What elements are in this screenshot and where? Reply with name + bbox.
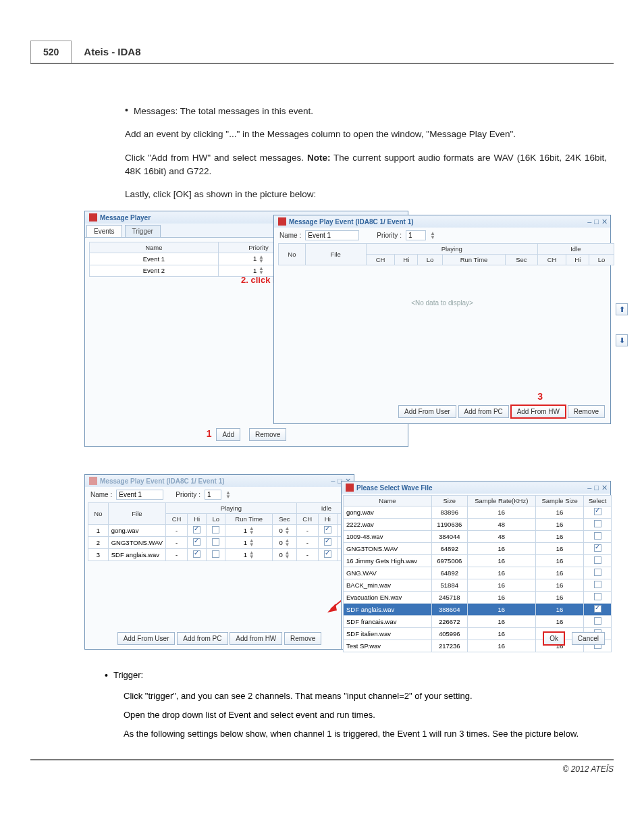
spinner-icon[interactable]: ▲▼ bbox=[225, 491, 231, 499]
add-from-hw-button[interactable]: Add From HW bbox=[511, 405, 566, 418]
col-name: Name bbox=[90, 242, 219, 253]
page-title: Ateis - IDA8 bbox=[72, 41, 153, 63]
window-play-event-filled: Message Play Event (IDA8C 1/ Event 1) – … bbox=[84, 474, 354, 650]
add-from-hw-button[interactable]: Add from HW bbox=[230, 632, 282, 645]
trigger-para-2: Open the drop down list of Event and sel… bbox=[124, 710, 607, 720]
window-title: Message Player bbox=[100, 214, 151, 221]
screenshot-composite-1: Message Player Events Trigger Name Prior… bbox=[84, 211, 614, 461]
add-from-pc-button[interactable]: Add from PC bbox=[458, 405, 509, 418]
window-title-bar: Message Play Event (IDA8C 1/ Event 1) bbox=[274, 215, 610, 228]
table-row[interactable]: GNG.WAV648921616 bbox=[344, 567, 612, 579]
window-play-event-empty: Message Play Event (IDA8C 1/ Event 1) – … bbox=[273, 215, 611, 424]
remove-button[interactable]: Remove bbox=[568, 405, 605, 418]
window-title: Message Play Event (IDA8C 1/ Event 1) bbox=[289, 218, 414, 226]
wave-file-table: Name Size Sample Rate(KHz) Sample Size S… bbox=[343, 495, 612, 652]
close-icon[interactable]: ✕ bbox=[601, 217, 608, 226]
minimize-icon[interactable]: – bbox=[331, 477, 335, 486]
name-input[interactable] bbox=[116, 490, 163, 500]
move-down-button[interactable]: ⬇ bbox=[616, 334, 628, 346]
window-select-wave-file: Please Select Wave File – □ ✕ Name Size … bbox=[341, 481, 611, 650]
bullet-dot-icon: • bbox=[125, 105, 128, 118]
table-row[interactable]: 2GNG3TONS.WAV-1 ▲▼0 ▲▼- bbox=[88, 537, 356, 549]
close-icon[interactable]: ✕ bbox=[601, 484, 608, 492]
col-playing: Playing bbox=[366, 244, 537, 255]
priority-label: Priority : bbox=[377, 232, 402, 239]
page-header: 520 Ateis - IDA8 bbox=[30, 41, 614, 64]
maximize-icon[interactable]: □ bbox=[594, 484, 599, 492]
priority-label: Priority : bbox=[176, 491, 200, 498]
bullet-dot-icon: • bbox=[105, 670, 108, 681]
para-add-event: Add an event by clicking "..." in the Me… bbox=[125, 128, 607, 141]
app-icon bbox=[346, 484, 354, 492]
name-input[interactable] bbox=[305, 230, 359, 240]
file-table: No File Playing Idle CH Hi Lo Run Time S… bbox=[88, 502, 356, 561]
bullet-trigger: • Trigger: bbox=[105, 670, 607, 681]
col-no: No bbox=[279, 244, 306, 265]
minimize-icon[interactable]: – bbox=[587, 217, 591, 226]
priority-input[interactable] bbox=[406, 230, 426, 240]
remove-button[interactable]: Remove bbox=[284, 632, 321, 645]
page-footer: © 2012 ATEÏS bbox=[30, 759, 614, 774]
minimize-icon[interactable]: – bbox=[587, 484, 591, 492]
add-from-user-button[interactable]: Add From User bbox=[398, 405, 456, 418]
add-from-pc-button[interactable]: Add from PC bbox=[177, 632, 227, 645]
window-title: Please Select Wave File bbox=[356, 484, 432, 492]
annotation-1: 1 bbox=[207, 428, 212, 439]
add-button[interactable]: Add bbox=[216, 428, 240, 441]
spinner-icon[interactable]: ▲▼ bbox=[430, 232, 435, 240]
add-from-user-button[interactable]: Add From User bbox=[117, 632, 176, 645]
move-up-button[interactable]: ⬆ bbox=[616, 303, 628, 315]
trigger-para-1: Click "trigger", and you can see 2 chann… bbox=[124, 691, 607, 701]
bullet-messages-text: Messages: The total messages in this eve… bbox=[134, 105, 313, 118]
screenshot-composite-2: Message Play Event (IDA8C 1/ Event 1) – … bbox=[84, 474, 614, 656]
table-row[interactable]: 16 Jimmy Gets High.wav69750061616 bbox=[344, 555, 612, 567]
table-row[interactable]: 2222.wav11906364816 bbox=[344, 519, 612, 531]
note-label: Note: bbox=[307, 153, 331, 163]
table-row[interactable]: GNG3TONS.WAV648921616 bbox=[344, 543, 612, 555]
window-title-bar: Please Select Wave File bbox=[342, 481, 610, 494]
trigger-para-3: As the following settings below show, wh… bbox=[124, 729, 607, 739]
no-data-text: <No data to display> bbox=[274, 265, 610, 340]
table-row[interactable]: 1gong.wav-1 ▲▼0 ▲▼- bbox=[88, 525, 356, 537]
para-lastly: Lastly, click [OK] as shown in the pictu… bbox=[125, 188, 607, 201]
app-icon bbox=[89, 477, 97, 485]
para-add-hw: Click "Add from HW" and select messages.… bbox=[125, 151, 607, 179]
copyright: © 2012 ATEÏS bbox=[562, 764, 614, 774]
table-row[interactable]: SDF francais.wav2266721616 bbox=[344, 616, 612, 628]
bullet-messages: • Messages: The total messages in this e… bbox=[125, 105, 607, 118]
name-label: Name : bbox=[90, 491, 112, 498]
window-controls: – □ ✕ bbox=[587, 217, 608, 226]
window-title-bar: Message Play Event (IDA8C 1/ Event 1) bbox=[85, 475, 354, 487]
page-number: 520 bbox=[30, 41, 72, 63]
table-row[interactable]: gong.wav838961616 bbox=[344, 506, 612, 519]
annotation-3: 3 bbox=[537, 391, 543, 402]
window-title: Message Play Event (IDA8C 1/ Event 1) bbox=[100, 477, 225, 485]
svg-marker-1 bbox=[327, 604, 337, 613]
col-idle: Idle bbox=[537, 244, 614, 255]
remove-button[interactable]: Remove bbox=[249, 428, 286, 441]
table-row[interactable]: BACK_min.wav518841616 bbox=[344, 579, 612, 592]
maximize-icon[interactable]: □ bbox=[594, 217, 599, 226]
app-icon bbox=[89, 213, 97, 221]
priority-input[interactable] bbox=[205, 490, 221, 500]
ok-button[interactable]: Ok bbox=[543, 632, 564, 645]
file-table: No File Playing Idle CH Hi Lo Run Time S… bbox=[278, 243, 614, 265]
col-file: File bbox=[305, 244, 366, 265]
table-row[interactable]: SDF anglais.wav3886041616 bbox=[344, 604, 612, 616]
window-controls: – □ ✕ bbox=[587, 484, 608, 492]
app-icon bbox=[278, 217, 286, 226]
tab-events[interactable]: Events bbox=[86, 225, 122, 237]
cancel-button[interactable]: Cancel bbox=[572, 632, 605, 645]
name-label: Name : bbox=[279, 232, 301, 239]
tab-trigger[interactable]: Trigger bbox=[125, 225, 161, 237]
table-row[interactable]: 1009-48.wav3840444816 bbox=[344, 531, 612, 543]
table-row[interactable]: Evacuation EN.wav2457181616 bbox=[344, 592, 612, 604]
table-row[interactable]: 3SDF anglais.wav-1 ▲▼0 ▲▼- bbox=[88, 549, 356, 561]
bullet-trigger-text: Trigger: bbox=[113, 670, 143, 681]
